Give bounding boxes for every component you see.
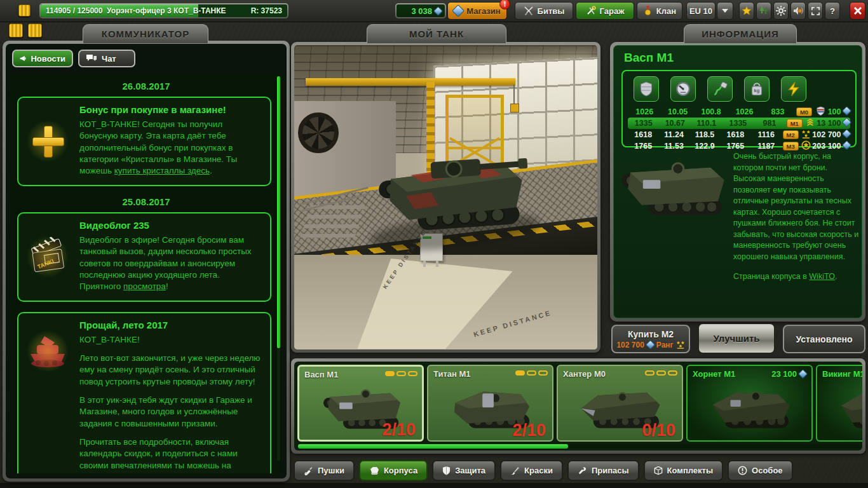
help-button[interactable]: ? [825, 2, 840, 20]
tab-kits[interactable]: Комплекты [644, 460, 723, 481]
tab-paints[interactable]: Краски [500, 460, 563, 481]
weight-icon: kg [744, 76, 770, 102]
gold-box-icon[interactable] [28, 24, 42, 37]
modification-pips [515, 370, 548, 376]
wrench-icon [578, 466, 587, 475]
bonus-plus-icon [31, 125, 64, 158]
chevron-down-icon [721, 8, 729, 13]
graphics-settings-button[interactable] [756, 2, 771, 20]
news-item-videoblog: TANKI Видеоблог 235 Видеоблог в эфире! С… [17, 212, 271, 302]
shop-notification-badge: ! [499, 0, 510, 10]
settings-button[interactable] [773, 2, 789, 20]
fullscreen-button[interactable] [808, 2, 823, 20]
mod-badge-m2: M2 [783, 130, 799, 139]
megaphone-icon [20, 54, 26, 63]
medal-icon [643, 6, 653, 16]
buy-crystals-link[interactable]: купить кристаллы здесь [114, 166, 210, 175]
stat-row-m0[interactable]: 102610.05 100.81026 833 M0 100 [628, 106, 850, 118]
watch-link[interactable]: просмотра [123, 281, 166, 291]
hull-thumbnail [702, 381, 801, 442]
news-list[interactable]: 26.08.2017 Бонус при покупке в магазине!… [11, 73, 281, 473]
tab-guns[interactable]: Пушки [294, 460, 355, 481]
gold-box-icon[interactable] [18, 4, 31, 17]
maneuver-icon [707, 76, 733, 102]
news-date: 26.08.2017 [11, 81, 281, 92]
bottom-strip [0, 483, 868, 488]
tab-news[interactable]: Новости [12, 50, 73, 67]
garage-screen: 114905 / 125000 Уорэнт-офицер 3 КОТ_В-ТА… [0, 0, 868, 488]
player-rank-name: Уорэнт-офицер 3 КОТ_В-ТАНКЕ [107, 6, 226, 15]
armor-icon [634, 76, 659, 102]
garage-button[interactable]: Гараж [576, 2, 634, 20]
clan-button[interactable]: Клан [637, 2, 682, 20]
server-dropdown-button[interactable] [717, 2, 733, 20]
crystal-icon [842, 118, 852, 128]
garage-category-tabs: Пушки Корпуса Защита Краски Припасы Комп… [294, 460, 793, 481]
information-panel: Васп M1 kg 102610.05 100. [610, 42, 865, 322]
crystal-counter[interactable]: 3 038 [395, 3, 446, 18]
news-date: 25.08.2017 [11, 196, 281, 207]
gear-icon [776, 6, 786, 16]
tab-supplies[interactable]: Припасы [567, 460, 639, 481]
news-title: Прощай, лето 2017 [79, 320, 262, 330]
shop-button[interactable]: Магазин ! [447, 2, 507, 20]
quest-counter: 0/10 [642, 421, 675, 440]
carousel-scrollbar-thumb[interactable] [298, 444, 568, 449]
rank-requirement-label: Ранг [656, 341, 674, 349]
gold-box-icon[interactable] [9, 24, 23, 37]
power-icon [781, 76, 806, 102]
close-button[interactable] [850, 2, 865, 20]
mod-badge-m0: M0 [796, 107, 812, 116]
stat-row-m2[interactable]: 161811.24 118.51618 1116 M2 102 700 [628, 129, 850, 140]
mod-badge-m1: M1 [787, 119, 803, 128]
news-item-summer: Прощай, лето 2017 КОТ_В-ТАНКЕ! Лето вот-… [17, 312, 271, 473]
star-icon [742, 6, 752, 16]
shop-crystal-icon [452, 4, 465, 17]
tab-chat[interactable]: Чат [78, 50, 135, 67]
buy-price: 102 700 [616, 341, 644, 349]
mounted-tank[interactable] [372, 146, 536, 243]
tab-protection[interactable]: Защита [432, 460, 496, 481]
modification-pips [385, 371, 417, 376]
battles-button[interactable]: Битвы [515, 2, 573, 20]
sound-button[interactable] [790, 2, 806, 20]
hull-price: 23 100 [771, 369, 797, 379]
news-scrollbar-thumb[interactable] [277, 76, 280, 348]
tank-view-panel[interactable]: KEEP DISTANCE KEEP DISTANCE [291, 42, 600, 353]
carousel-item-titan[interactable]: Титан M1 2/10 [427, 365, 553, 442]
carousel-scrollbar-track[interactable] [298, 444, 861, 449]
rank-icon-marshal [801, 140, 811, 150]
crystal-icon [798, 369, 808, 379]
xp-value: 114905 / 125000 [46, 6, 102, 15]
forum-link[interactable]: форуме [79, 472, 111, 473]
crane-hook-line [513, 85, 515, 105]
tab-hulls[interactable]: Корпуса [359, 460, 428, 481]
buy-m2-button[interactable]: Купить M2 102 700Ранг [611, 325, 690, 353]
wall-fan [298, 112, 339, 153]
close-icon [854, 7, 862, 15]
crane-hook [510, 104, 519, 112]
stat-row-m3[interactable]: 176511.53 122.91765 1187 M3 203 100 [628, 140, 850, 152]
server-selector[interactable]: EU 10 [686, 2, 715, 20]
crane-beam [306, 78, 515, 86]
stat-row-m1-current[interactable]: 133510.67 110.11335 981 M1 13 100 [628, 118, 850, 129]
carousel-item-hunter[interactable]: Хантер М0 0/10 [557, 365, 683, 442]
installed-button[interactable]: Установлено [783, 325, 865, 353]
tab-special[interactable]: Особое [728, 460, 792, 481]
hull-description: Очень быстрый корпус, на котором почти н… [733, 151, 860, 283]
svg-text:kg: kg [754, 88, 760, 93]
rating-value: R: 37523 [251, 6, 282, 15]
rank-icon-stars [801, 130, 811, 139]
carousel-item-viking[interactable]: Викинг M1 [816, 365, 862, 442]
carousel-item-wasp[interactable]: Васп M1 2/10 [297, 365, 424, 442]
garage-3d-view[interactable]: KEEP DISTANCE KEEP DISTANCE [294, 45, 597, 349]
speaker-icon [793, 6, 803, 16]
crystal-icon [433, 6, 444, 16]
carousel-item-hornet[interactable]: Хорнет M1 23 100 [686, 365, 813, 442]
upgrade-button[interactable]: Улучшить [698, 323, 775, 354]
wikito-link[interactable]: WikiTO [809, 272, 835, 281]
premium-star-button[interactable] [739, 2, 754, 20]
hull-carousel[interactable]: Васп M1 2/10 Титан M1 2/10 Хантер М0 0/1… [294, 362, 862, 451]
crystal-icon [842, 129, 852, 139]
speed-icon [670, 76, 696, 102]
